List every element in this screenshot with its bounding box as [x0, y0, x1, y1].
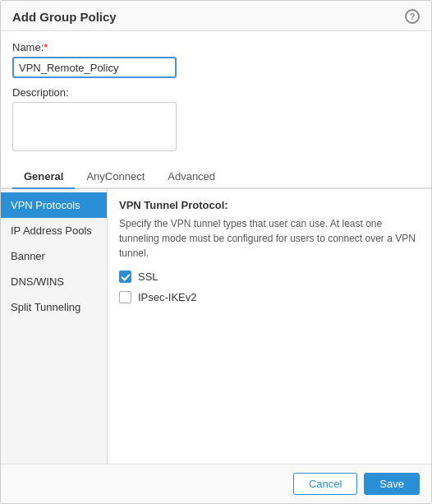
add-group-policy-dialog: Add Group Policy ? Name:* Description: G… [0, 0, 432, 504]
dialog-title: Add Group Policy [12, 10, 117, 24]
dialog-header: Add Group Policy ? [1, 1, 431, 31]
content-description: Specify the VPN tunnel types that user c… [119, 216, 420, 261]
sidebar-item-ip-address-pools[interactable]: IP Address Pools [1, 218, 107, 243]
sidebar-item-banner[interactable]: Banner [1, 243, 107, 269]
ssl-checkbox[interactable] [119, 270, 131, 283]
description-field-row: Description: [12, 86, 420, 154]
tab-content-area: VPN Protocols IP Address Pools Banner DN… [1, 189, 431, 464]
ipsec-ikev2-checkbox[interactable] [119, 291, 131, 303]
name-input[interactable] [12, 57, 177, 78]
tabs-bar: General AnyConnect Advanced [1, 165, 431, 189]
description-input[interactable] [12, 102, 177, 151]
dialog-body: Name:* Description: General AnyConnect A… [1, 31, 431, 464]
tab-anyconnect[interactable]: AnyConnect [75, 165, 156, 189]
save-button[interactable]: Save [364, 473, 420, 495]
help-icon[interactable]: ? [405, 9, 420, 24]
dialog-footer: Cancel Save [1, 464, 431, 503]
sidebar: VPN Protocols IP Address Pools Banner DN… [1, 189, 108, 464]
name-field-row: Name:* [12, 41, 420, 78]
cancel-button[interactable]: Cancel [293, 473, 357, 495]
sidebar-item-vpn-protocols[interactable]: VPN Protocols [1, 192, 107, 218]
sidebar-item-dns-wins[interactable]: DNS/WINS [1, 269, 107, 294]
name-label: Name:* [12, 41, 420, 53]
main-content-panel: VPN Tunnel Protocol: Specify the VPN tun… [108, 189, 431, 464]
ssl-checkbox-row: SSL [119, 270, 420, 283]
content-title: VPN Tunnel Protocol: [119, 199, 420, 211]
tab-advanced[interactable]: Advanced [156, 165, 227, 189]
tab-general[interactable]: General [12, 165, 75, 189]
ipsec-checkbox-row: IPsec-IKEv2 [119, 291, 420, 303]
ssl-label: SSL [138, 270, 159, 283]
sidebar-item-split-tunneling[interactable]: Split Tunneling [1, 294, 107, 320]
required-asterisk: * [44, 41, 48, 53]
ipsec-ikev2-label: IPsec-IKEv2 [138, 291, 197, 303]
description-label: Description: [12, 86, 420, 99]
